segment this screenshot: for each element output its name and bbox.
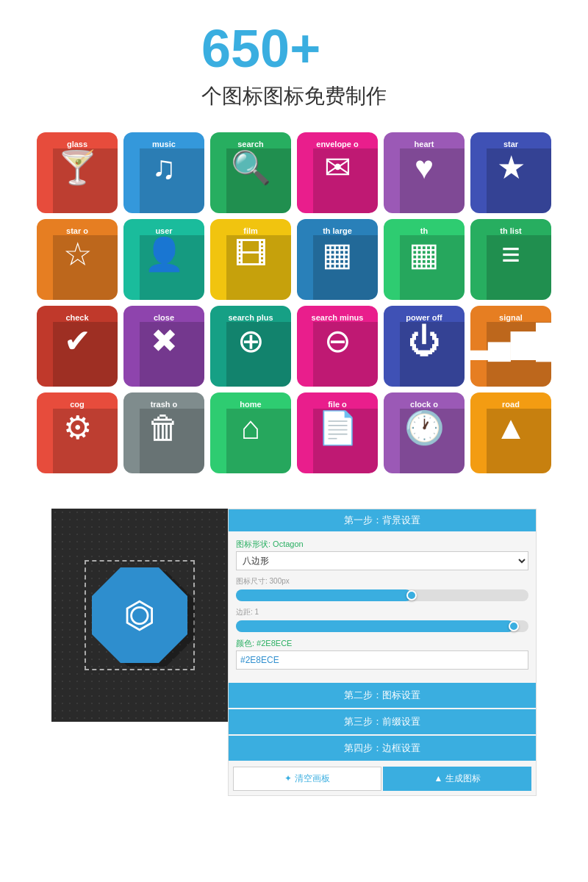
icon-label-1: music bbox=[152, 140, 176, 148]
icon-cell-search[interactable]: search🔍 bbox=[210, 132, 291, 213]
icon-cell-close[interactable]: close✖ bbox=[123, 306, 204, 387]
icon-symbol-4: ♥ bbox=[415, 151, 434, 184]
bottom-section: ⏣ 第一步：背景设置 图标形状: Octagon 八边形 图标尺寸: 300px bbox=[51, 509, 537, 796]
icon-label-0: glass bbox=[67, 140, 87, 148]
icon-cell-search-minus[interactable]: search minus⊖ bbox=[297, 306, 378, 387]
icon-cell-envelope-o[interactable]: envelope o✉ bbox=[297, 132, 378, 213]
icon-label-19: trash o bbox=[151, 400, 178, 409]
icon-cell-power-off[interactable]: power off⏻ bbox=[384, 306, 465, 387]
hero-subtitle: 个图标图标免费制作 bbox=[201, 82, 387, 110]
icon-label-2: search bbox=[237, 140, 263, 148]
icon-symbol-6: ☆ bbox=[63, 238, 92, 270]
icon-label-23: road bbox=[502, 400, 520, 409]
icon-label-4: heart bbox=[415, 140, 434, 148]
padding-row: 边距: 1 bbox=[236, 607, 528, 632]
size-slider-thumb[interactable] bbox=[406, 590, 417, 600]
step3-btn[interactable]: 第三步：前缀设置 bbox=[229, 709, 536, 734]
icon-label-15: search minus bbox=[312, 313, 364, 322]
icon-cell-glass[interactable]: glass🍸 bbox=[37, 132, 118, 213]
icon-symbol-20: ⌂ bbox=[241, 412, 261, 444]
size-slider[interactable] bbox=[236, 589, 528, 601]
octagon-icon: ⏣ bbox=[92, 567, 187, 663]
size-row: 图标尺寸: 300px bbox=[236, 576, 528, 601]
icon-symbol-12: ✔ bbox=[64, 325, 91, 357]
clear-btn[interactable]: ✦ 清空画板 bbox=[233, 767, 381, 791]
step2-btn[interactable]: 第二步：图标设置 bbox=[229, 683, 536, 708]
padding-slider-fill bbox=[236, 620, 514, 632]
icon-cell-film[interactable]: film🎞 bbox=[210, 219, 291, 300]
usb-icon-container: ⏣ bbox=[88, 564, 191, 667]
icon-symbol-19: 🗑 bbox=[148, 412, 180, 444]
icon-label-20: home bbox=[240, 400, 261, 409]
icon-cell-home[interactable]: home⌂ bbox=[210, 392, 291, 473]
icon-symbol-22: 🕐 bbox=[404, 412, 445, 444]
hero-section: 650+ 个图标图标免费制作 bbox=[201, 0, 387, 132]
icon-cell-heart[interactable]: heart♥ bbox=[384, 132, 465, 213]
icon-symbol-23: ▲ bbox=[495, 412, 527, 444]
icon-symbol-3: ✉ bbox=[324, 151, 351, 184]
icon-cell-check[interactable]: check✔ bbox=[37, 306, 118, 387]
icon-symbol-13: ✖ bbox=[151, 325, 178, 357]
icon-cell-road[interactable]: road▲ bbox=[470, 392, 551, 473]
icon-cell-star[interactable]: star★ bbox=[470, 132, 551, 213]
icon-symbol-1: ♫ bbox=[152, 151, 176, 184]
icon-symbol-11: ≡ bbox=[501, 238, 520, 270]
icon-cell-trash-o[interactable]: trash o🗑 bbox=[123, 392, 204, 473]
icon-cell-cog[interactable]: cog⚙ bbox=[37, 392, 118, 473]
icon-cell-signal[interactable]: signal▂▄▆█ bbox=[470, 306, 551, 387]
size-label: 图标尺寸: 300px bbox=[236, 576, 528, 587]
hero-count: 650+ bbox=[201, 22, 387, 75]
shape-label: 图标形状: Octagon bbox=[236, 539, 528, 550]
icon-label-11: th list bbox=[500, 226, 521, 235]
icon-symbol-15: ⊖ bbox=[324, 325, 351, 357]
icon-label-10: th bbox=[420, 226, 428, 235]
icon-cell-star-o[interactable]: star o☆ bbox=[37, 219, 118, 300]
generate-btn[interactable]: ▲ 生成图标 bbox=[383, 767, 531, 791]
icon-symbol-10: ▦ bbox=[409, 238, 440, 270]
icon-symbol-16: ⏻ bbox=[408, 325, 440, 357]
settings-header: 第一步：背景设置 bbox=[229, 509, 536, 531]
icon-symbol-5: ★ bbox=[497, 151, 526, 184]
icon-label-5: star bbox=[503, 140, 518, 148]
icon-label-14: search plus bbox=[228, 313, 273, 322]
padding-slider-thumb[interactable] bbox=[509, 621, 519, 631]
icon-label-9: th large bbox=[323, 226, 352, 235]
settings-body: 图标形状: Octagon 八边形 图标尺寸: 300px 边距: 1 bbox=[229, 531, 536, 683]
icon-label-21: file o bbox=[328, 400, 347, 409]
padding-slider[interactable] bbox=[236, 620, 528, 632]
icon-grid: glass🍸music♫search🔍envelope o✉heart♥star… bbox=[37, 132, 551, 473]
color-input[interactable] bbox=[236, 650, 528, 670]
padding-label: 边距: 1 bbox=[236, 607, 528, 617]
icon-cell-file-o[interactable]: file o📄 bbox=[297, 392, 378, 473]
icon-symbol-8: 🎞 bbox=[234, 238, 267, 270]
settings-panel: 第一步：背景设置 图标形状: Octagon 八边形 图标尺寸: 300px 边… bbox=[228, 509, 537, 796]
usb-symbol: ⏣ bbox=[123, 594, 156, 637]
preview-panel: ⏣ bbox=[51, 509, 228, 722]
icon-cell-clock-o[interactable]: clock o🕐 bbox=[384, 392, 465, 473]
icon-symbol-14: ⊕ bbox=[237, 325, 265, 357]
icon-cell-th-list[interactable]: th list≡ bbox=[470, 219, 551, 300]
icon-label-16: power off bbox=[406, 313, 442, 322]
icon-cell-music[interactable]: music♫ bbox=[123, 132, 204, 213]
icon-label-17: signal bbox=[499, 313, 523, 322]
icon-label-7: user bbox=[155, 226, 172, 235]
icon-label-22: clock o bbox=[410, 400, 438, 409]
step4-btn[interactable]: 第四步：边框设置 bbox=[229, 736, 536, 761]
size-slider-fill bbox=[236, 589, 412, 601]
color-row: 颜色: #2E8ECE bbox=[236, 638, 528, 670]
icon-label-8: film bbox=[243, 226, 258, 235]
icon-cell-user[interactable]: user👤 bbox=[123, 219, 204, 300]
settings-footer: ✦ 清空画板 ▲ 生成图标 bbox=[229, 762, 536, 795]
icon-label-13: close bbox=[154, 313, 174, 322]
icon-symbol-17: ▂▄▆█ bbox=[470, 325, 551, 357]
icon-label-12: check bbox=[65, 313, 88, 322]
shape-select[interactable]: 八边形 bbox=[236, 551, 528, 570]
color-label: 颜色: #2E8ECE bbox=[236, 638, 528, 649]
icon-label-3: envelope o bbox=[316, 140, 358, 148]
icon-symbol-9: ▦ bbox=[322, 238, 353, 270]
icon-cell-search-plus[interactable]: search plus⊕ bbox=[210, 306, 291, 387]
icon-symbol-2: 🔍 bbox=[231, 151, 271, 184]
icon-cell-th-large[interactable]: th large▦ bbox=[297, 219, 378, 300]
icon-label-18: cog bbox=[70, 400, 85, 409]
icon-cell-th[interactable]: th▦ bbox=[384, 219, 465, 300]
